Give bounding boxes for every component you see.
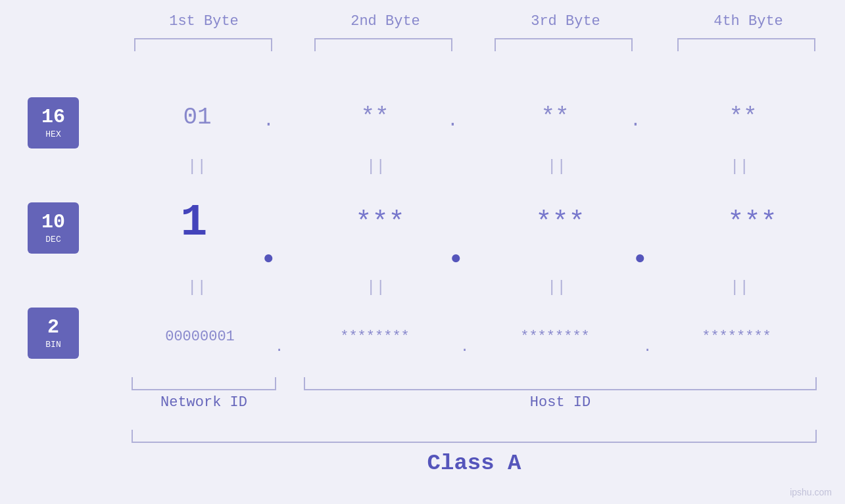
bin-val-3: ******** (476, 329, 634, 345)
hex-val-1: 01 (145, 104, 250, 131)
eq-2-4: || (730, 279, 749, 296)
main-layout: 1st Byte 2nd Byte 3rd Byte 4th Byte 16 H… (0, 0, 845, 504)
dec-dot-3: ● (635, 248, 646, 269)
dec-val-4: *** (687, 207, 818, 239)
hex-val-3: ** (502, 104, 608, 131)
eq-2-3: || (547, 279, 566, 296)
top-bracket-3 (495, 38, 633, 51)
class-label: Class A (132, 451, 817, 476)
hex-dot-2: . (447, 110, 458, 131)
byte-header-4: 4th Byte (676, 13, 821, 30)
host-id-label: Host ID (304, 394, 817, 411)
hex-val-4: ** (690, 104, 796, 131)
network-id-label: Network ID (128, 394, 279, 411)
bin-badge: 2 BIN (28, 308, 79, 359)
watermark: ipshu.com (790, 487, 832, 497)
eq-1-1: || (187, 158, 206, 175)
hex-badge-num: 16 (41, 106, 65, 128)
bin-val-2: ******** (296, 329, 454, 345)
dec-val-2: *** (321, 207, 439, 239)
eq-2-1: || (187, 279, 206, 296)
dec-badge-num: 10 (41, 212, 65, 233)
host-id-bracket (304, 377, 817, 390)
network-id-bracket (132, 377, 276, 390)
hex-val-2: ** (322, 104, 427, 131)
eq-1-2: || (366, 158, 385, 175)
byte-header-3: 3rd Byte (493, 13, 638, 30)
dec-badge: 10 DEC (28, 202, 79, 254)
byte-header-1: 1st Byte (132, 13, 276, 30)
bin-dot-1: . (275, 339, 283, 355)
dec-val-1: 1 (148, 197, 240, 248)
hex-dot-3: . (630, 110, 641, 131)
dec-val-3: *** (501, 207, 619, 239)
hex-badge-base: HEX (45, 129, 60, 139)
dec-badge-base: DEC (45, 235, 60, 244)
eq-1-3: || (547, 158, 566, 175)
eq-1-4: || (730, 158, 749, 175)
bin-badge-num: 2 (47, 317, 59, 338)
bin-dot-2: . (460, 339, 469, 355)
bin-dot-3: . (643, 339, 652, 355)
bin-val-1: 00000001 (128, 329, 272, 345)
bin-val-4: ******** (658, 329, 815, 345)
bin-badge-base: BIN (45, 340, 60, 350)
dec-dot-1: ● (263, 248, 274, 269)
dec-dot-2: ● (450, 248, 462, 269)
hex-dot-1: . (263, 110, 274, 131)
byte-header-2: 2nd Byte (313, 13, 458, 30)
top-bracket-1 (134, 38, 272, 51)
hex-badge: 16 HEX (28, 97, 79, 149)
eq-2-2: || (366, 279, 385, 296)
top-bracket-2 (314, 38, 452, 51)
class-bracket (132, 430, 817, 443)
top-bracket-4 (677, 38, 815, 51)
